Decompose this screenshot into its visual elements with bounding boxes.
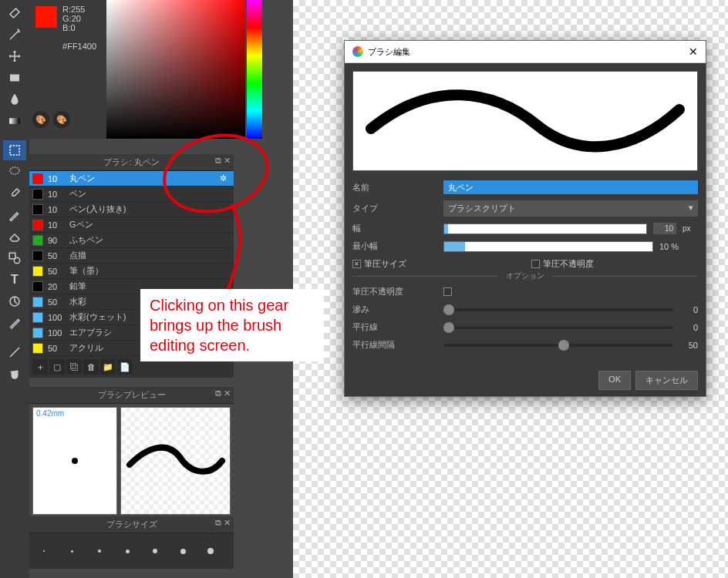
brush-name-label: ペン — [69, 188, 231, 200]
opt-pressure-opacity-checkbox[interactable] — [443, 287, 452, 296]
brush-size-value: 20 — [48, 282, 69, 291]
wand-tool-icon[interactable] — [3, 25, 26, 45]
brush-type-select[interactable]: ブラシスクリプト▾ — [443, 200, 698, 217]
minwidth-label: 最小幅 — [352, 240, 437, 252]
svg-rect-0 — [10, 75, 19, 82]
panel-popout-icon[interactable]: ⧉ — [215, 156, 221, 166]
brush-list-item[interactable]: 50点描 — [29, 248, 234, 264]
brush-list-item[interactable]: 90ふちペン — [29, 233, 234, 248]
brush-size-value: 10 — [48, 174, 69, 183]
parallel-slider[interactable] — [443, 326, 673, 329]
palette-icon[interactable]: 🎨 — [32, 111, 49, 128]
panel-close-icon[interactable]: ✕ — [224, 388, 231, 398]
eyedropper-tool-icon[interactable] — [3, 183, 26, 203]
brush-color-swatch — [32, 250, 43, 261]
pen-tool-icon[interactable] — [3, 313, 26, 333]
pressure-size-checkbox[interactable] — [352, 260, 361, 268]
parallel-value: 0 — [679, 323, 698, 332]
brush-size-value: 100 — [48, 328, 69, 338]
pan-tool-icon[interactable] — [3, 364, 26, 384]
svg-rect-2 — [10, 146, 19, 155]
bleed-value: 0 — [679, 305, 698, 314]
brush-edit-dialog: ブラシ編集 ✕ 名前 タイプ ブラシスクリプト▾ 幅 10 px 最小幅 10 … — [344, 40, 706, 397]
width-value[interactable]: 10 — [653, 223, 676, 234]
lasso-tool-icon[interactable] — [3, 162, 26, 182]
color-field[interactable] — [106, 0, 245, 139]
brush-list-item[interactable]: 10Gペン — [29, 217, 234, 233]
brush-name-label: 丸ペン — [69, 173, 220, 184]
brush-del-icon[interactable]: 🗑 — [83, 359, 99, 375]
brush-dup-icon[interactable]: ⿻ — [66, 359, 82, 375]
type-label: タイプ — [352, 203, 437, 214]
brush-name-input[interactable] — [443, 180, 698, 194]
dialog-titlebar[interactable]: ブラシ編集 ✕ — [345, 41, 706, 63]
minwidth-value: 10 % — [659, 242, 698, 251]
svg-rect-1 — [9, 118, 20, 124]
rect-tool-icon[interactable] — [3, 68, 26, 88]
ok-button[interactable]: OK — [598, 371, 631, 390]
brush-color-swatch — [32, 220, 43, 230]
marquee-tool-icon[interactable] — [3, 140, 26, 160]
svg-rect-4 — [9, 253, 15, 259]
brush-size-value: 50 — [48, 344, 69, 353]
ink-tool-icon[interactable] — [3, 89, 26, 109]
main-toolbar: T — [0, 0, 29, 578]
gradient-tool-icon[interactable] — [3, 111, 26, 131]
panel-close-icon[interactable]: ✕ — [224, 156, 231, 166]
dialog-title: ブラシ編集 — [368, 46, 410, 58]
brush-tool-icon[interactable] — [3, 205, 26, 225]
brush-name-label: ふちペン — [69, 234, 231, 246]
brush-color-swatch — [32, 328, 43, 338]
brush-color-swatch — [32, 189, 43, 200]
app-logo-icon — [352, 46, 363, 57]
cancel-button[interactable]: キャンセル — [635, 371, 698, 390]
eraser-tool-icon[interactable] — [3, 227, 26, 247]
name-label: 名前 — [352, 182, 437, 193]
gear-icon[interactable]: ✲ — [220, 173, 231, 183]
fill-tool-icon[interactable] — [3, 3, 26, 23]
brush-color-swatch — [32, 173, 43, 184]
shape-tool-icon[interactable] — [3, 248, 26, 268]
brush-size-value: 50 — [48, 297, 69, 307]
brush-dot-preview: 0.42mm — [32, 407, 117, 515]
hand-tool-icon[interactable] — [3, 291, 26, 311]
brush-folder-icon[interactable]: 📁 — [100, 359, 116, 375]
brush-list-item[interactable]: 10丸ペン✲ — [29, 171, 234, 187]
pressure-opacity-checkbox[interactable] — [531, 260, 540, 268]
panel-close-icon[interactable]: ✕ — [224, 518, 231, 528]
opt-parallel-label: 平行線 — [352, 321, 437, 333]
brush-color-swatch — [32, 297, 43, 307]
panel-popout-icon[interactable]: ⧉ — [215, 388, 221, 398]
brush-size-value: 50 — [48, 267, 69, 276]
brush-list-item[interactable]: 10ペン — [29, 187, 234, 202]
brush-list-item[interactable]: 50筆（墨） — [29, 264, 234, 279]
brush-size-value: 10 — [48, 190, 69, 199]
width-slider[interactable] — [443, 223, 647, 234]
spacing-value: 50 — [679, 341, 698, 350]
minwidth-slider[interactable] — [443, 241, 653, 252]
brush-size-value: 50 — [48, 251, 69, 260]
opt-spacing-label: 平行線間隔 — [352, 339, 437, 351]
brush-size-value: 90 — [48, 236, 69, 245]
brush-new-icon[interactable]: ▢ — [49, 359, 65, 375]
brush-name-label: 筆（墨） — [69, 265, 231, 277]
brush-panel-header: ブラシ: 丸ペン ⧉ ✕ — [29, 154, 234, 171]
brush-list-item[interactable]: 10ペン(入り抜き) — [29, 202, 234, 217]
brush-color-swatch — [32, 266, 43, 277]
color-panel: R:255 G:20 B:0 #FF1400 🎨 🎨 — [29, 0, 238, 139]
brush-size-presets[interactable] — [29, 533, 234, 569]
text-tool-icon[interactable]: T — [3, 270, 26, 290]
spacing-slider[interactable] — [443, 344, 673, 347]
bleed-slider[interactable] — [443, 308, 673, 311]
script-tool-icon[interactable] — [3, 342, 26, 362]
opt-pressure-opacity-label: 筆圧不透明度 — [352, 286, 437, 297]
brush-add-icon[interactable]: ＋ — [32, 359, 48, 375]
brush-preview-panel: ブラシプレビュー ⧉ ✕ 0.42mm — [29, 387, 234, 518]
brush-stroke-preview — [120, 407, 231, 515]
current-color-swatch[interactable] — [35, 6, 57, 28]
panel-popout-icon[interactable]: ⧉ — [215, 518, 221, 528]
dialog-close-icon[interactable]: ✕ — [689, 45, 698, 58]
palette-add-icon[interactable]: 🎨 — [53, 111, 70, 128]
brush-export-icon[interactable]: 📄 — [117, 359, 133, 375]
move-tool-icon[interactable] — [3, 46, 26, 66]
